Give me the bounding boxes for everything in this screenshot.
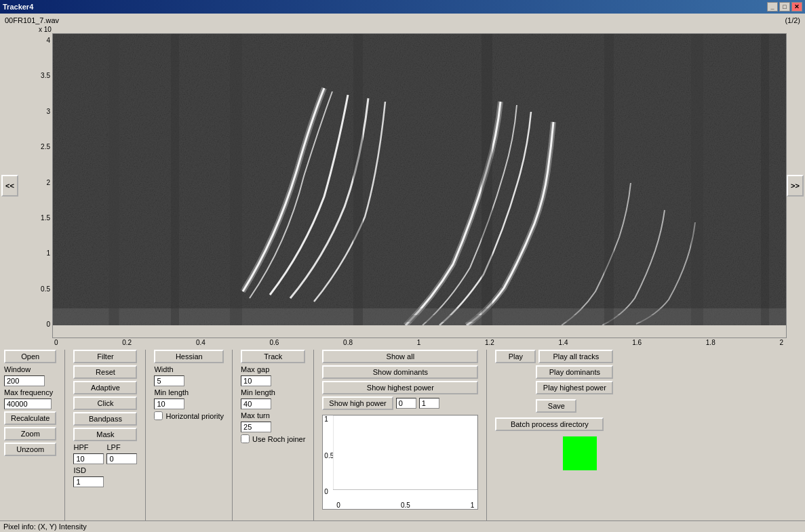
col-3: Hessian Width Min length Horizontal prio… — [154, 350, 224, 528]
spectrogram-image[interactable] — [53, 34, 786, 325]
window-label: Window — [4, 365, 31, 373]
sep2 — [145, 350, 146, 528]
nav-right-area: >> — [787, 33, 804, 338]
prev-button[interactable]: << — [1, 175, 18, 197]
max-turn-label: Max turn — [241, 411, 305, 420]
sep3 — [232, 350, 233, 528]
chart-svg — [333, 415, 477, 490]
adaptive-button[interactable]: Adaptive — [73, 381, 137, 394]
zoom-button[interactable]: Zoom — [4, 427, 56, 441]
use-roch-joiner-row: Use Roch joiner — [241, 434, 305, 443]
bandpass-button[interactable]: Bandpass — [73, 412, 137, 426]
window-controls: _ □ ✕ — [767, 2, 802, 12]
svg-rect-4 — [53, 315, 786, 322]
max-gap-label: Max gap — [241, 365, 305, 373]
width-input[interactable] — [154, 375, 184, 386]
max-gap-input[interactable] — [241, 375, 271, 386]
min-length-track-input[interactable] — [241, 398, 271, 409]
window-row: Window — [4, 365, 56, 373]
window-title: Tracker4 — [3, 3, 33, 11]
col-5: Show all Show dominants Show highest pow… — [322, 350, 478, 528]
page-indicator: (1/2) — [785, 16, 800, 24]
min-length-filter-label: Min length — [154, 388, 224, 396]
svg-rect-13 — [333, 415, 477, 490]
col-1: Open Window Max frequency Recalculate Zo… — [4, 350, 56, 528]
col-4: Track Max gap Min length Max turn Use Ro… — [241, 350, 305, 528]
sep4 — [313, 350, 314, 528]
spectrogram-area: << 4 3.5 3 2.5 2 1.5 1 0.5 0 — [1, 33, 804, 338]
hessian-button[interactable]: Hessian — [154, 350, 224, 363]
green-indicator — [563, 436, 597, 470]
minimize-button[interactable]: _ — [767, 2, 778, 12]
hpf-input[interactable] — [73, 453, 104, 464]
min-length-track-label: Min length — [241, 388, 305, 396]
use-roch-joiner-checkbox[interactable] — [241, 434, 250, 443]
sep5 — [486, 350, 487, 528]
show-high-power-val1[interactable] — [396, 398, 416, 409]
reset-button[interactable]: Reset — [73, 365, 137, 379]
hpf-label: HPF — [73, 443, 104, 451]
spectrogram-svg — [53, 34, 786, 325]
svg-rect-1 — [53, 34, 786, 325]
play-dominants-button[interactable]: Play dominants — [536, 365, 613, 379]
sep1 — [64, 350, 65, 528]
save-button[interactable]: Save — [536, 399, 576, 413]
chart-x-labels: 0 0.5 1 — [333, 502, 477, 509]
lpf-input[interactable] — [106, 453, 137, 464]
isd-input[interactable] — [73, 476, 104, 487]
file-name: 00FR101_7.wav — [5, 16, 59, 24]
lpf-label: LPF — [106, 443, 137, 451]
click-button[interactable]: Click — [73, 396, 137, 410]
track-button[interactable]: Track — [241, 350, 305, 363]
play-all-tracks-button[interactable]: Play all tracks — [538, 350, 613, 363]
col-6: Play Play all tracks Play dominants Play… — [495, 350, 613, 528]
spectrogram-container[interactable] — [52, 33, 787, 338]
close-button[interactable]: ✕ — [791, 2, 802, 12]
show-all-button[interactable]: Show all — [322, 350, 478, 363]
chart-inner: 0 0.5 1 — [333, 415, 477, 509]
isd-label: ISD — [73, 466, 137, 474]
next-button[interactable]: >> — [787, 175, 804, 197]
x-axis: 0 0.2 0.4 0.6 0.8 1 1.2 1.4 1.6 1.8 2 — [54, 338, 783, 347]
show-high-power-button[interactable]: Show high power — [322, 396, 393, 410]
nav-left-area: << — [1, 33, 18, 338]
y-axis-multiplier: x 10 — [39, 26, 804, 33]
pixel-info-text: Pixel info: (X, Y) Intensity — [3, 523, 87, 531]
horizontal-priority-row: Horizontal priority — [154, 411, 224, 420]
open-button[interactable]: Open — [4, 350, 56, 363]
play-button[interactable]: Play — [495, 350, 536, 363]
max-frequency-label: Max frequency — [4, 388, 53, 396]
play-highest-power-button[interactable]: Play highest power — [536, 381, 613, 394]
mask-button[interactable]: Mask — [73, 428, 137, 441]
min-length-filter-input[interactable] — [154, 398, 184, 409]
show-high-power-val2[interactable] — [419, 398, 439, 409]
horizontal-priority-label: Horizontal priority — [165, 412, 224, 420]
chart-y-labels: 1 0.5 0 — [324, 415, 334, 495]
y-axis: 4 3.5 3 2.5 2 1.5 1 0.5 0 — [18, 33, 52, 338]
chart-area: 1 0.5 0 0 0.5 1 — [322, 415, 478, 510]
maximize-button[interactable]: □ — [779, 2, 790, 12]
title-bar: Tracker4 _ □ ✕ — [0, 0, 805, 14]
max-frequency-input[interactable] — [4, 398, 52, 409]
batch-process-button[interactable]: Batch process directory — [495, 417, 604, 431]
unzoom-button[interactable]: Unzoom — [4, 443, 56, 456]
window-input[interactable] — [4, 375, 45, 386]
horizontal-priority-checkbox[interactable] — [154, 411, 163, 420]
show-dominants-button[interactable]: Show dominants — [322, 365, 478, 379]
max-turn-input[interactable] — [241, 422, 271, 432]
recalculate-button[interactable]: Recalculate — [4, 411, 56, 425]
show-highest-power-button[interactable]: Show highest power — [322, 381, 478, 394]
file-info-bar: 00FR101_7.wav (1/2) — [1, 15, 804, 26]
status-bar: Pixel info: (X, Y) Intensity — [0, 520, 805, 532]
use-roch-joiner-label: Use Roch joiner — [252, 435, 305, 443]
filter-button[interactable]: Filter — [73, 350, 137, 363]
controls-area: Open Window Max frequency Recalculate Zo… — [1, 347, 804, 531]
col-2: Filter Reset Adaptive Click Bandpass Mas… — [73, 350, 137, 528]
width-label: Width — [154, 365, 224, 373]
